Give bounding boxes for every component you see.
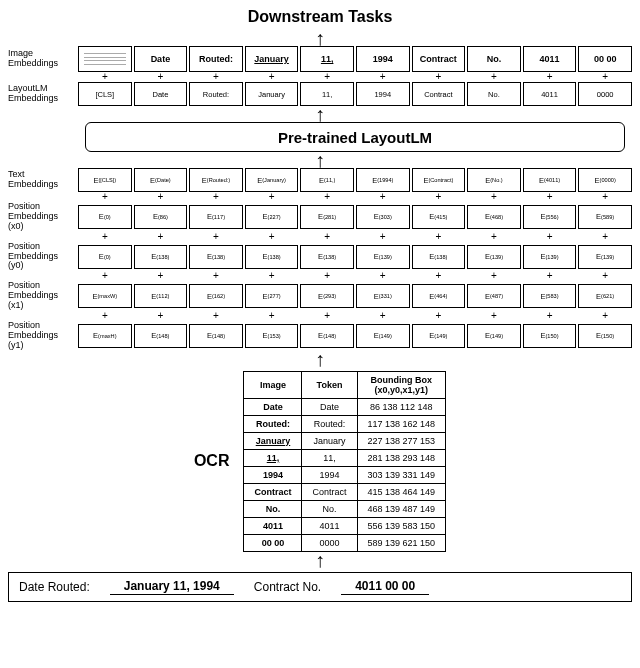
embedding-cell: E(556) <box>523 205 577 229</box>
plus-icon: + <box>523 311 577 321</box>
plus-icon: + <box>523 192 577 202</box>
embedding-cell: E(277) <box>245 284 299 308</box>
embedding-cell: E(150) <box>578 324 632 348</box>
ocr-bbox-cell: 117 138 162 148 <box>357 415 446 432</box>
layoutlm-diagram: Downstream Tasks ↑ Image Embeddings Date… <box>8 8 632 602</box>
ocr-token-cell: 4011 <box>302 517 357 534</box>
arrow-up-icon: ↑ <box>315 554 325 566</box>
plus-icon: + <box>134 271 188 281</box>
plus-icon: + <box>412 232 466 242</box>
embedding-cell: E(583) <box>523 284 577 308</box>
plus-icon: + <box>412 72 466 82</box>
embedding-cell: E(0000) <box>578 168 632 192</box>
embedding-cell: E(415) <box>412 205 466 229</box>
plus-icon: + <box>78 232 132 242</box>
row-label: Position Embeddings (y0) <box>8 242 78 272</box>
plus-icon: + <box>189 271 243 281</box>
plus-icon: + <box>245 271 299 281</box>
embedding-cell: E(1994) <box>356 168 410 192</box>
label-contract-no: Contract No. <box>254 580 321 594</box>
value-contract-no: 4011 00 00 <box>341 579 429 595</box>
table-row: DateDate86 138 112 148 <box>244 398 446 415</box>
embedding-cell: 1994 <box>356 46 410 72</box>
embedding-cell: E(149) <box>412 324 466 348</box>
ocr-bbox-cell: 468 139 487 149 <box>357 500 446 517</box>
plus-icon: + <box>245 311 299 321</box>
embedding-cell: E(0) <box>78 205 132 229</box>
ocr-header: Token <box>302 371 357 398</box>
plus-icon: + <box>523 72 577 82</box>
embedding-cell: 11, <box>300 46 354 72</box>
arrow-up-icon: ↑ <box>315 32 325 44</box>
ocr-table: ImageTokenBounding Box(x0,y0,x1,y1) Date… <box>243 371 446 552</box>
embedding-cell: E(139) <box>356 245 410 269</box>
plus-icon: + <box>134 72 188 82</box>
embedding-cell: 4011 <box>523 46 577 72</box>
plus-icon: + <box>245 232 299 242</box>
downstream-title: Downstream Tasks <box>248 8 393 26</box>
embedding-cell: 4011 <box>523 82 577 106</box>
ocr-bbox-cell: 303 139 331 149 <box>357 466 446 483</box>
ocr-image-cell: January <box>244 432 302 449</box>
ocr-token-cell: Contract <box>302 483 357 500</box>
ocr-label: OCR <box>194 452 230 470</box>
embedding-cell: E(150) <box>523 324 577 348</box>
text-embeddings-row: Text Embeddings E([CLS])E(Date)E(Routed:… <box>8 168 632 192</box>
embedding-cell: E(0) <box>78 245 132 269</box>
embedding-cell: Contract <box>412 46 466 72</box>
embedding-cell: E(maxH) <box>78 324 132 348</box>
embedding-cell: E(maxW) <box>78 284 132 308</box>
embedding-cell: No. <box>467 46 521 72</box>
pos-x0-row: Position Embeddings (x0) E(0)E(86)E(117)… <box>8 202 632 232</box>
ocr-bbox-cell: 86 138 112 148 <box>357 398 446 415</box>
plus-icon: + <box>300 192 354 202</box>
embedding-cell: 00 00 <box>578 46 632 72</box>
ocr-token-cell: January <box>302 432 357 449</box>
table-row: ContractContract415 138 464 149 <box>244 483 446 500</box>
arrow-up-icon: ↑ <box>315 154 325 166</box>
row-label: LayoutLM Embeddings <box>8 84 78 104</box>
embedding-cell: 0000 <box>578 82 632 106</box>
embedding-cell: E(138) <box>189 245 243 269</box>
embedding-cell: E(138) <box>300 245 354 269</box>
embedding-cell: [CLS] <box>78 82 132 106</box>
pos-y0-row: Position Embeddings (y0) E(0)E(138)E(138… <box>8 242 632 272</box>
ocr-image-cell: Date <box>244 398 302 415</box>
plus-icon: + <box>523 271 577 281</box>
row-label: Position Embeddings (y1) <box>8 321 78 351</box>
table-row: JanuaryJanuary227 138 277 153 <box>244 432 446 449</box>
embedding-cell: E(139) <box>467 245 521 269</box>
row-label: Text Embeddings <box>8 170 78 190</box>
plus-icon: + <box>245 72 299 82</box>
plus-icon: + <box>300 311 354 321</box>
embedding-cell: E(331) <box>356 284 410 308</box>
pretrained-layoutlm-bar: Pre-trained LayoutLM <box>85 122 625 152</box>
plus-icon: + <box>189 192 243 202</box>
ocr-image-cell: 4011 <box>244 517 302 534</box>
ocr-image-cell: 00 00 <box>244 534 302 551</box>
embedding-cell: E(153) <box>245 324 299 348</box>
embedding-cell: E(139) <box>523 245 577 269</box>
arrow-up-icon: ↑ <box>315 353 325 365</box>
plus-icon: + <box>467 311 521 321</box>
plus-icon: + <box>578 271 632 281</box>
plus-icon: + <box>578 72 632 82</box>
plus-icon: + <box>78 311 132 321</box>
embedding-cell: E(148) <box>189 324 243 348</box>
ocr-token-cell: 1994 <box>302 466 357 483</box>
embedding-cell: E(138) <box>412 245 466 269</box>
ocr-token-cell: No. <box>302 500 357 517</box>
plus-icon: + <box>78 271 132 281</box>
pos-y1-row: Position Embeddings (y1) E(maxH)E(148)E(… <box>8 321 632 351</box>
embedding-cell: E(138) <box>134 245 188 269</box>
embedding-cell: E(117) <box>189 205 243 229</box>
row-label: Position Embeddings (x0) <box>8 202 78 232</box>
image-embeddings-row: Image Embeddings DateRouted:January11,19… <box>8 46 632 72</box>
ocr-token-cell: 11, <box>302 449 357 466</box>
embedding-cell: E(Contract) <box>412 168 466 192</box>
embedding-cell: E(149) <box>356 324 410 348</box>
embedding-cell: E(Date) <box>134 168 188 192</box>
embedding-cell: E(464) <box>412 284 466 308</box>
embedding-cell: 11, <box>300 82 354 106</box>
plus-icon: + <box>467 232 521 242</box>
